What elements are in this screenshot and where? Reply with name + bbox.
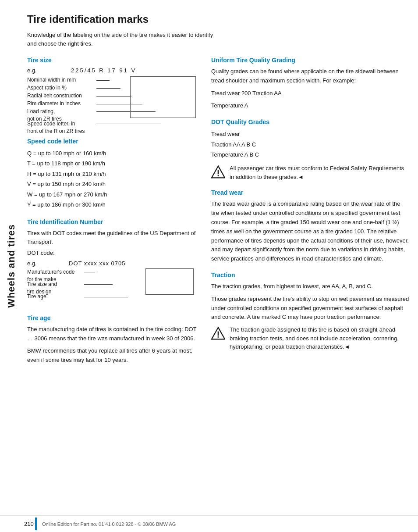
sidebar-text: Wheels and tires bbox=[6, 224, 17, 308]
traction-warning-triangle-icon bbox=[211, 326, 225, 340]
speed-item-w: W = up to 167 mph or 270 km/h bbox=[27, 189, 198, 200]
dot-code-display: DOT xxxx xxx 0705 bbox=[69, 260, 125, 267]
utqg-example1: Tread wear 200 Traction AA bbox=[211, 89, 409, 98]
tin-dot-label: DOT code: bbox=[27, 249, 198, 257]
dot-quality-section: DOT Quality Grades Tread wear Traction A… bbox=[211, 118, 409, 181]
tread-wear-para: The tread wear grade is a comparative ra… bbox=[211, 200, 409, 264]
tire-size-section: Tire size e.g. 225/45 R 17 91 V bbox=[27, 57, 198, 127]
tin-heading: Tire Identification Number bbox=[27, 218, 198, 225]
page-number-area: 210 bbox=[0, 516, 35, 532]
tire-size-diagram-box bbox=[130, 76, 196, 118]
traction-warning-box: The traction grade assigned to this tire… bbox=[211, 325, 409, 351]
right-column: Uniform Tire Quality Grading Quality gra… bbox=[211, 57, 409, 519]
two-column-layout: Tire size e.g. 225/45 R 17 91 V bbox=[27, 57, 409, 519]
speed-item-q: Q = up to 100 mph or 160 km/h bbox=[27, 148, 198, 158]
tire-age-para2: BMW recommends that you replace all tire… bbox=[27, 346, 198, 365]
sidebar: Wheels and tires bbox=[0, 0, 23, 532]
utqg-section: Uniform Tire Quality Grading Quality gra… bbox=[211, 57, 409, 111]
tire-age-heading: Tire age bbox=[27, 314, 198, 321]
traction-heading: Traction bbox=[211, 271, 409, 278]
tread-wear-heading: Tread wear bbox=[211, 189, 409, 196]
speed-code-section: Speed code letter Q = up to 100 mph or 1… bbox=[27, 138, 198, 210]
tin-section: Tire Identification Number Tires with DO… bbox=[27, 218, 198, 306]
page-number: 210 bbox=[24, 521, 34, 527]
utqg-heading: Uniform Tire Quality Grading bbox=[211, 57, 409, 64]
svg-rect-2 bbox=[218, 175, 219, 176]
dot-label-size: Tire size andtire design bbox=[27, 281, 128, 293]
footer-text: Online Edition for Part no. 01 41 0 012 … bbox=[37, 516, 176, 532]
warning-triangle-icon bbox=[211, 165, 225, 179]
dot-quality-list: Tread wear Traction AA A B C Temperature… bbox=[211, 129, 409, 160]
dot-quality-warning-text: All passenger car tires must conform to … bbox=[230, 164, 409, 181]
tire-label-speed: Speed code letter, infront of the R on Z… bbox=[27, 120, 161, 132]
svg-rect-1 bbox=[218, 170, 219, 175]
intro-text: Knowledge of the labeling on the side of… bbox=[27, 31, 216, 48]
dot-eg-label: e.g. bbox=[27, 260, 40, 267]
dot-quality-heading: DOT Quality Grades bbox=[211, 118, 409, 125]
tire-age-para1: The manufacturing date of tires is conta… bbox=[27, 325, 198, 343]
tin-para1: Tires with DOT codes meet the guidelines… bbox=[27, 229, 198, 246]
dot-diagram-box bbox=[145, 268, 194, 295]
tire-size-eg: e.g. bbox=[27, 67, 40, 74]
speed-item-t: T = up to 118 mph or 190 km/h bbox=[27, 158, 198, 168]
dot-quality-warning-box: All passenger car tires must conform to … bbox=[211, 164, 409, 181]
traction-para2: Those grades represent the tire's abilit… bbox=[211, 295, 409, 322]
dot-quality-temp: Temperature A B C bbox=[211, 150, 409, 160]
dot-quality-treadwear: Tread wear bbox=[211, 129, 409, 139]
svg-rect-4 bbox=[218, 332, 219, 336]
page-title: Tire identification marks bbox=[27, 13, 409, 25]
left-column: Tire size e.g. 225/45 R 17 91 V bbox=[27, 57, 198, 519]
footer: 210 Online Edition for Part no. 01 41 0 … bbox=[0, 515, 418, 532]
tire-age-section: Tire age The manufacturing date of tires… bbox=[27, 314, 198, 365]
traction-para1: The traction grades, from highest to low… bbox=[211, 282, 409, 291]
dot-label-age: Tire age bbox=[27, 293, 128, 301]
dot-label-mfr: Manufacturer's codefor tire make bbox=[27, 268, 128, 281]
main-content: Tire identification marks Knowledge of t… bbox=[23, 0, 418, 532]
speed-code-heading: Speed code letter bbox=[27, 138, 198, 145]
utqg-para: Quality grades can be found where applic… bbox=[211, 67, 409, 86]
speed-item-h: H = up to 131 mph or 210 km/h bbox=[27, 169, 198, 179]
tread-wear-section: Tread wear The tread wear grade is a com… bbox=[211, 189, 409, 264]
dot-quality-traction: Traction AA A B C bbox=[211, 139, 409, 150]
tire-size-heading: Tire size bbox=[27, 57, 198, 64]
traction-section: Traction The traction grades, from highe… bbox=[211, 271, 409, 351]
svg-rect-5 bbox=[218, 336, 219, 338]
speed-item-y: Y = up to 186 mph or 300 km/h bbox=[27, 200, 198, 210]
utqg-example2: Temperature A bbox=[211, 101, 409, 111]
tire-size-code: 225/45 R 17 91 V bbox=[71, 67, 136, 74]
speed-item-v: V = up to 150 mph or 240 km/h bbox=[27, 179, 198, 189]
traction-warning-text: The traction grade assigned to this tire… bbox=[230, 325, 409, 351]
